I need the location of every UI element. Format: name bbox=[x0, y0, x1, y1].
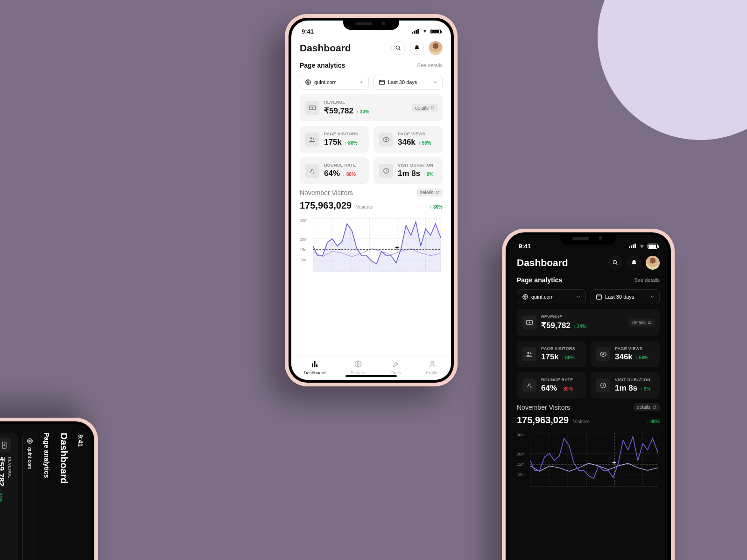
card-delta: ↑ 34% bbox=[356, 109, 369, 114]
card-delta: ↑ 34% bbox=[573, 324, 586, 329]
visitors-details-chip[interactable]: details bbox=[634, 403, 660, 411]
analytics-header: Page analyticsSee details bbox=[39, 424, 54, 560]
svg-text:30m: 30m bbox=[300, 218, 308, 223]
header: Dashboard bbox=[508, 251, 668, 273]
svg-point-32 bbox=[530, 352, 531, 354]
details-chip[interactable]: details bbox=[412, 104, 438, 112]
card-delta: ↑ 80% bbox=[562, 355, 575, 360]
search-button[interactable] bbox=[608, 256, 622, 270]
svg-text:15m: 15m bbox=[300, 247, 308, 252]
svg-rect-39 bbox=[530, 433, 658, 487]
chevron-down-icon bbox=[576, 294, 581, 299]
tab-bar: Dashboard Explore Tools Profile bbox=[291, 356, 451, 380]
card-value: 1m 8s bbox=[398, 169, 420, 178]
visitors-chart[interactable]: 30m20m15m10m bbox=[291, 211, 451, 292]
visitors-section: November Visitors details 175,963,029 Vi… bbox=[291, 184, 451, 211]
status-time: 9:41 bbox=[519, 243, 531, 250]
status-time: 9:41 bbox=[302, 28, 314, 35]
visitors-details-chip[interactable]: details bbox=[416, 189, 443, 196]
avatar[interactable] bbox=[646, 256, 660, 270]
visitors-title: November Visitors bbox=[300, 189, 353, 196]
eye-icon bbox=[596, 347, 610, 361]
phone-dark: 9:41 Dashboard Page analytics See detail… bbox=[502, 229, 675, 560]
analytics-header: Page analytics See details bbox=[508, 273, 668, 287]
metric-cards: REVENUE₹59,782↑ 34%details PAGE VISITORS… bbox=[0, 424, 18, 560]
chevron-down-icon bbox=[433, 80, 437, 84]
globe-icon bbox=[522, 294, 529, 300]
card-delta: ↑ 9% bbox=[423, 172, 433, 177]
details-chip[interactable]: details bbox=[629, 319, 655, 327]
page-title: Dashboard bbox=[58, 433, 70, 484]
svg-point-0 bbox=[396, 46, 399, 49]
signal-icon bbox=[629, 244, 636, 248]
card-visitors[interactable]: PAGE VISITORS 175k↑ 80% bbox=[300, 126, 369, 153]
tab-dashboard[interactable]: Dashboard bbox=[304, 360, 325, 375]
eye-icon bbox=[379, 133, 393, 147]
svg-rect-2 bbox=[380, 80, 385, 84]
chevron-down-icon bbox=[650, 294, 655, 299]
money-icon bbox=[0, 438, 11, 452]
filters: quint.com Last 30 days bbox=[508, 287, 668, 309]
notch bbox=[343, 18, 399, 30]
notifications-button[interactable] bbox=[627, 256, 641, 270]
signal-icon bbox=[412, 29, 419, 34]
site-dropdown[interactable]: quint.com bbox=[517, 289, 586, 304]
external-link-icon bbox=[652, 405, 656, 409]
clock-icon bbox=[379, 164, 393, 178]
globe-icon bbox=[354, 360, 362, 368]
card-revenue[interactable]: REVENUE₹59,782↑ 34% details bbox=[517, 309, 660, 336]
card-label: BOUNCE RATE bbox=[324, 163, 356, 168]
svg-point-4 bbox=[311, 107, 313, 108]
wifi-icon bbox=[639, 244, 645, 248]
svg-text:15m: 15m bbox=[517, 462, 525, 467]
screen-dark-rotated: 9:41 Dashboard Page analyticsSee details… bbox=[0, 424, 92, 560]
card-delta: ↑ 9% bbox=[640, 386, 650, 392]
daterange-dropdown[interactable]: Last 30 days bbox=[591, 289, 660, 304]
card-value: 346k bbox=[398, 138, 416, 147]
card-duration[interactable]: VISIT DURATION 1m 8s↑ 9% bbox=[374, 157, 443, 184]
card-label: VISIT DURATION bbox=[398, 163, 433, 168]
card-views[interactable]: PAGE VIEWS 346k↑ 56% bbox=[374, 126, 443, 153]
card-duration[interactable]: VISIT DURATION1m 8s↑ 9% bbox=[591, 372, 660, 399]
bell-icon bbox=[414, 45, 420, 51]
visitors-unit: Visitors bbox=[356, 204, 373, 210]
card-value: ₹59,782 bbox=[324, 106, 353, 116]
card-value: 64% bbox=[541, 384, 557, 393]
see-details-link[interactable]: See details bbox=[417, 63, 443, 68]
money-icon bbox=[522, 315, 536, 329]
svg-text:10m: 10m bbox=[517, 472, 525, 477]
user-icon bbox=[428, 360, 437, 368]
card-delta: ↑ 56% bbox=[418, 140, 431, 146]
svg-text:20m: 20m bbox=[300, 237, 308, 242]
filters: quint.com Last 30 days bbox=[291, 73, 451, 94]
svg-point-30 bbox=[529, 322, 530, 323]
globe-icon bbox=[27, 438, 33, 444]
search-button[interactable] bbox=[391, 41, 405, 55]
home-indicator bbox=[345, 375, 397, 377]
avatar[interactable] bbox=[429, 41, 443, 55]
visitors-title: November Visitors bbox=[517, 404, 570, 411]
search-icon bbox=[612, 259, 619, 266]
card-revenue[interactable]: REVENUE₹59,782↑ 34%details bbox=[0, 433, 18, 560]
tab-tools[interactable]: Tools bbox=[391, 360, 401, 375]
tab-explore[interactable]: Explore bbox=[351, 360, 366, 375]
chevron-down-icon bbox=[359, 80, 364, 84]
battery-icon bbox=[430, 29, 441, 34]
card-label: REVENUE bbox=[324, 100, 369, 105]
site-dropdown[interactable]: quint.com bbox=[22, 433, 37, 560]
visitors-delta: ↑ 80% bbox=[647, 419, 660, 424]
card-visitors[interactable]: PAGE VISITORS175k↑ 80% bbox=[517, 341, 586, 367]
card-revenue[interactable]: REVENUE ₹59,782↑ 34% details bbox=[300, 94, 443, 121]
tab-profile[interactable]: Profile bbox=[426, 360, 438, 375]
external-link-icon bbox=[648, 321, 652, 325]
notifications-button[interactable] bbox=[410, 41, 424, 55]
screen-dark: 9:41 Dashboard Page analytics See detail… bbox=[508, 235, 668, 560]
wrench-icon bbox=[392, 360, 400, 368]
card-bounce[interactable]: BOUNCE RATE64%↓ 80% bbox=[517, 372, 586, 399]
site-dropdown[interactable]: quint.com bbox=[300, 75, 369, 90]
card-views[interactable]: PAGE VIEWS346k↑ 56% bbox=[591, 341, 660, 367]
card-bounce[interactable]: BOUNCE RATE 64%↓ 80% bbox=[300, 157, 369, 184]
see-details-link[interactable]: See details bbox=[634, 277, 660, 283]
daterange-dropdown[interactable]: Last 30 days bbox=[374, 75, 443, 90]
visitors-chart[interactable]: 30m20m15m10m bbox=[508, 426, 668, 506]
